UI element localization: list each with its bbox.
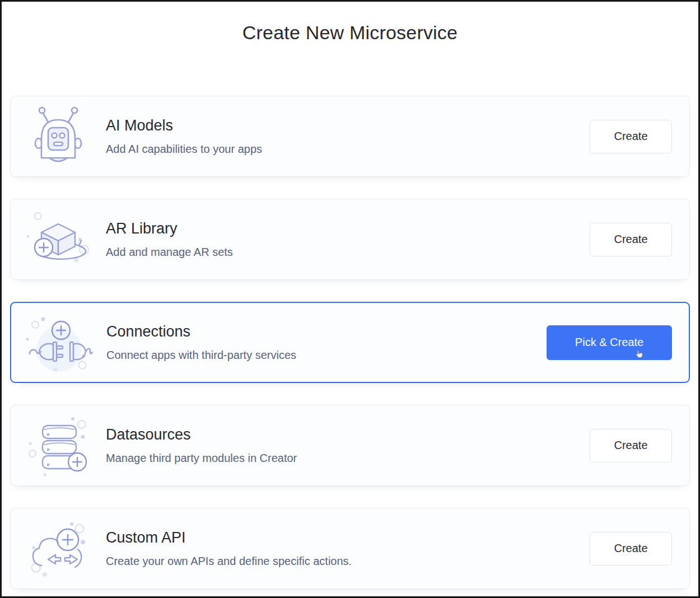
card-description: Add AI capabilities to your apps — [106, 143, 590, 156]
card-icon-wrap — [11, 102, 106, 171]
card-title: Custom API — [106, 529, 590, 546]
plug-connection-icon — [24, 308, 94, 377]
hand-pointer-cursor — [634, 349, 644, 359]
card-description: Connect apps with third-party services — [106, 349, 547, 362]
robot-icon — [24, 102, 93, 171]
card-datasources[interactable]: Datasources Manage third party modules i… — [10, 405, 690, 486]
card-icon-wrap — [11, 205, 106, 274]
card-text: Custom API Create your own APIs and defi… — [106, 529, 590, 568]
card-title: Datasources — [106, 426, 590, 443]
card-custom-api[interactable]: Custom API Create your own APIs and defi… — [10, 508, 690, 589]
card-description: Create your own APIs and define specific… — [106, 555, 590, 568]
card-text: Connections Connect apps with third-part… — [106, 323, 547, 362]
ar-cube-icon — [24, 205, 93, 274]
page-title: Create New Microservice — [2, 22, 698, 44]
card-title: AI Models — [106, 117, 590, 134]
create-button[interactable]: Create — [590, 120, 672, 153]
create-button[interactable]: Create — [590, 532, 672, 566]
card-icon-wrap — [11, 411, 106, 480]
card-title: Connections — [106, 323, 547, 340]
card-connections[interactable]: Connections Connect apps with third-part… — [10, 302, 690, 383]
card-icon-wrap — [11, 308, 106, 377]
card-text: Datasources Manage third party modules i… — [106, 426, 590, 465]
card-ar-library[interactable]: AR Library Add and manage AR sets Create — [10, 199, 690, 280]
pick-and-create-button[interactable]: Pick & Create — [547, 325, 672, 360]
card-ai-models[interactable]: AI Models Add AI capabilities to your ap… — [10, 96, 690, 177]
card-description: Add and manage AR sets — [106, 246, 590, 259]
microservice-card-list: AI Models Add AI capabilities to your ap… — [10, 96, 690, 589]
card-icon-wrap — [11, 514, 106, 583]
card-text: AI Models Add AI capabilities to your ap… — [106, 117, 590, 156]
create-button[interactable]: Create — [590, 429, 672, 462]
card-description: Manage third party modules in Creator — [106, 452, 590, 465]
create-button[interactable]: Create — [590, 223, 672, 256]
cloud-api-icon — [24, 514, 93, 583]
card-text: AR Library Add and manage AR sets — [106, 220, 590, 259]
database-stack-icon — [24, 411, 93, 480]
card-title: AR Library — [106, 220, 590, 237]
pick-and-create-label: Pick & Create — [575, 336, 643, 348]
